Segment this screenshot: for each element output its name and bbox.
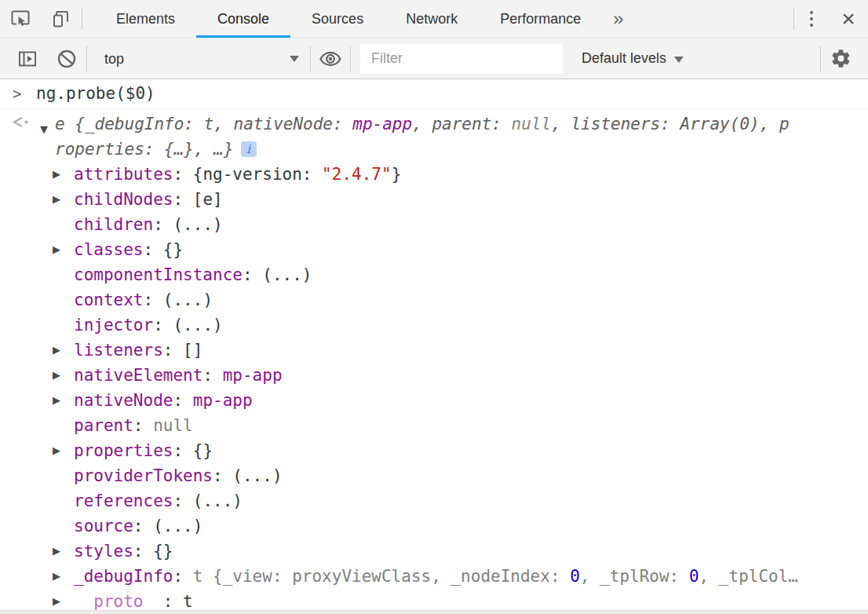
- tab-performance[interactable]: Performance: [479, 0, 602, 38]
- object-expand-triangle-icon[interactable]: ▼: [40, 117, 48, 142]
- getter-ellipsis[interactable]: (...): [193, 492, 243, 510]
- property-separator: :: [163, 592, 183, 611]
- property-name: parent: [74, 416, 133, 435]
- menu-dot: [810, 11, 813, 14]
- tab-console[interactable]: Console: [196, 0, 290, 38]
- property-separator: :: [153, 215, 173, 234]
- property-row-_debugInfo: ▶_debugInfo: t {_view: proxyViewClass, _…: [55, 564, 868, 589]
- expand-triangle-icon[interactable]: ▶: [42, 363, 71, 388]
- property-name: listeners: [74, 341, 163, 360]
- property-separator: :: [133, 542, 153, 561]
- console-output: > ng.probe($0) ▼ e {_debugInfo: t, nativ…: [0, 79, 868, 614]
- property-list: ▶attributes: {ng-version: "2.4.7"}▶child…: [55, 162, 868, 614]
- property-name: nativeElement: [74, 366, 202, 385]
- command-prompt-chevron-icon: >: [13, 79, 21, 108]
- command-text: ng.probe($0): [36, 84, 155, 103]
- property-separator: :: [163, 341, 183, 360]
- tab-elements[interactable]: Elements: [95, 0, 196, 38]
- tab-sources[interactable]: Sources: [290, 0, 385, 38]
- property-row-providerTokens: providerTokens: (...): [55, 463, 868, 488]
- property-separator: :: [173, 391, 192, 410]
- getter-ellipsis[interactable]: (...): [232, 466, 282, 485]
- chevron-down-icon: [674, 57, 684, 63]
- inspect-cursor-icon: [10, 9, 31, 29]
- property-separator: :: [213, 466, 232, 485]
- preview-segment: mp-app: [352, 115, 412, 133]
- tab-network[interactable]: Network: [385, 0, 479, 38]
- expand-triangle-icon[interactable]: ▶: [42, 338, 71, 363]
- object-preview[interactable]: e {_debugInfo: t, nativeNode: mp-app, pa…: [55, 111, 799, 162]
- property-row-attributes: ▶attributes: {ng-version: "2.4.7"}: [55, 162, 868, 187]
- javascript-context-selector[interactable]: top: [87, 39, 310, 79]
- property-separator: :: [173, 165, 192, 184]
- property-value: "2.4.7": [322, 165, 392, 184]
- expand-triangle-icon[interactable]: ▶: [42, 564, 71, 589]
- property-name: children: [74, 215, 153, 234]
- property-row-references: references: (...): [55, 488, 868, 513]
- property-value: null: [153, 416, 193, 435]
- inspect-element-button[interactable]: [0, 0, 41, 38]
- console-sidebar-icon: [17, 49, 38, 69]
- property-name: injector: [74, 316, 153, 334]
- log-levels-dropdown[interactable]: Default levels: [582, 50, 684, 67]
- device-toolbar-button[interactable]: [41, 0, 82, 38]
- more-tabs-button[interactable]: »: [602, 2, 634, 36]
- devtools-window: ElementsConsoleSourcesNetworkPerformance…: [0, 0, 868, 614]
- property-name: source: [74, 517, 133, 535]
- property-value: {}: [163, 240, 183, 259]
- console-result-message: ▼ e {_debugInfo: t, nativeNode: mp-app, …: [0, 109, 868, 162]
- preview-segment: null: [512, 115, 552, 133]
- property-name: __proto__: [74, 592, 163, 611]
- property-value: {}: [193, 441, 213, 460]
- property-value: , _tplRow:: [580, 567, 689, 586]
- log-levels-label: Default levels: [582, 50, 666, 67]
- filter-input[interactable]: [360, 44, 563, 74]
- property-value: t {_view: proxyViewClass, _nodeIndex:: [193, 567, 570, 586]
- property-row-styles: ▶styles: {}: [55, 539, 868, 564]
- clear-console-button[interactable]: [47, 39, 86, 79]
- property-value: t: [183, 592, 193, 611]
- property-row-properties: ▶properties: {}: [55, 438, 868, 463]
- property-value: , _tplCol…: [699, 567, 798, 586]
- live-expression-button[interactable]: [311, 39, 350, 79]
- property-row-childNodes: ▶childNodes: [e]: [55, 187, 868, 212]
- eye-icon: [319, 50, 342, 68]
- property-row-classes: ▶classes: {}: [55, 237, 868, 262]
- property-row-parent: parent: null: [55, 413, 868, 438]
- expand-triangle-icon[interactable]: ▶: [42, 187, 71, 212]
- property-separator: :: [173, 567, 192, 586]
- gear-icon: [830, 48, 852, 69]
- context-value: top: [104, 51, 124, 67]
- expand-triangle-icon[interactable]: ▶: [42, 162, 71, 187]
- device-toolbar-icon: [51, 9, 71, 29]
- console-command-message: > ng.probe($0): [0, 79, 868, 109]
- close-devtools-button[interactable]: ×: [829, 2, 868, 36]
- property-separator: :: [133, 416, 153, 435]
- preview-segment: , parent:: [412, 115, 511, 133]
- property-name: providerTokens: [74, 466, 213, 485]
- property-name: styles: [74, 542, 133, 561]
- getter-ellipsis[interactable]: (...): [262, 265, 312, 284]
- property-name: childNodes: [74, 190, 173, 209]
- clear-console-icon: [57, 49, 77, 69]
- chevron-down-icon: [290, 56, 299, 62]
- show-console-sidebar-button[interactable]: [8, 39, 47, 79]
- expand-triangle-icon[interactable]: ▶: [42, 438, 71, 463]
- tabbar-divider: [82, 8, 82, 30]
- getter-ellipsis[interactable]: (...): [173, 215, 222, 234]
- property-value: [e]: [193, 190, 223, 209]
- console-settings-button[interactable]: [821, 39, 860, 79]
- expand-triangle-icon[interactable]: ▶: [42, 388, 71, 413]
- property-value: 0: [689, 567, 699, 586]
- property-row-injector: injector: (...): [55, 312, 868, 338]
- property-name: _debugInfo: [74, 567, 173, 586]
- getter-ellipsis[interactable]: (...): [153, 517, 202, 535]
- expand-triangle-icon[interactable]: ▶: [42, 539, 71, 564]
- devtools-menu-button[interactable]: [794, 0, 829, 38]
- info-icon[interactable]: i: [241, 141, 257, 157]
- property-name: references: [74, 492, 173, 510]
- property-row-nativeElement: ▶nativeElement: mp-app: [55, 363, 868, 388]
- expand-triangle-icon[interactable]: ▶: [42, 237, 71, 262]
- getter-ellipsis[interactable]: (...): [163, 291, 213, 309]
- getter-ellipsis[interactable]: (...): [173, 316, 222, 334]
